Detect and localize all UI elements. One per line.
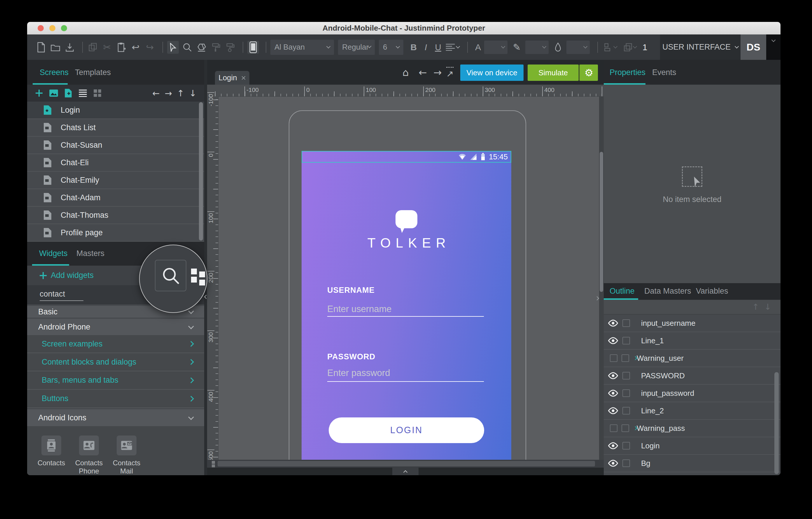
nav-left-icon[interactable]: ←	[152, 88, 161, 99]
lock-checkbox[interactable]	[621, 425, 629, 432]
close-window-button[interactable]	[38, 25, 44, 31]
font-size-select[interactable]: 6	[379, 40, 403, 55]
fill-color-droplet-icon[interactable]	[552, 41, 564, 54]
lock-checkbox[interactable]	[622, 319, 630, 327]
outline-item-input-password[interactable]: input_password	[604, 385, 781, 402]
paint-roller-settings-icon[interactable]	[224, 41, 236, 54]
eye-icon[interactable]	[608, 319, 618, 327]
add-widgets-button[interactable]: Add widgets	[51, 271, 94, 280]
italic-button[interactable]: I	[420, 42, 432, 52]
tab-widgets[interactable]: Widgets	[39, 249, 68, 258]
screen-item-chat-thomas[interactable]: Chat-Thomas	[27, 207, 204, 224]
canvas-horizontal-scrollbar[interactable]	[207, 460, 604, 468]
widget-contacts[interactable]: Contacts	[32, 436, 70, 467]
move-up-icon[interactable]: ↑	[752, 302, 759, 312]
screen-item-login[interactable]: Login	[27, 102, 204, 119]
outline-item-warning-pass[interactable]: Warning_pass	[604, 420, 781, 437]
underline-button[interactable]: U	[432, 42, 444, 52]
view-on-device-button[interactable]: View on device	[460, 64, 524, 81]
nav-up-icon[interactable]: ↑	[176, 88, 185, 99]
fill-color-swatch[interactable]	[567, 40, 590, 54]
lock-checkbox[interactable]	[622, 407, 630, 414]
outline-item-line-2[interactable]: Line_2	[604, 402, 781, 420]
screen-item-chats-list[interactable]: Chats List	[27, 119, 204, 137]
home-icon[interactable]: ⌂	[403, 60, 409, 85]
lock-checkbox[interactable]	[622, 442, 630, 449]
eye-icon[interactable]	[608, 337, 618, 345]
font-family-select[interactable]: Al Bayan	[270, 40, 334, 55]
tab-templates[interactable]: Templates	[75, 68, 111, 77]
border-color-swatch[interactable]	[525, 40, 549, 54]
widget-contacts-phone[interactable]: Contacts Phone	[70, 436, 108, 475]
outline-item-bg[interactable]: Bg	[604, 455, 781, 472]
widget-search-icon[interactable]	[155, 260, 186, 291]
add-screen-icon[interactable]	[34, 88, 44, 98]
canvas-body[interactable]: 15:45 TOLKER USERNAME Enter username PAS…	[218, 96, 603, 460]
section-android-phone[interactable]: Android Phone	[27, 319, 204, 335]
eye-icon[interactable]	[608, 460, 618, 467]
eye-icon[interactable]	[608, 389, 618, 397]
border-color-pencil-icon[interactable]: ✎	[511, 41, 523, 54]
lock-checkbox[interactable]	[622, 372, 630, 380]
login-button[interactable]: LOGIN	[329, 417, 484, 443]
tab-screens[interactable]: Screens	[40, 68, 68, 77]
category-bars-menus-tabs[interactable]: Bars, menus and tabs	[27, 371, 204, 390]
nav-right-icon[interactable]: →	[164, 88, 173, 99]
paint-roller-icon[interactable]	[210, 41, 222, 54]
save-icon[interactable]	[64, 41, 76, 54]
phone-screen[interactable]: 15:45 TOLKER USERNAME Enter username PAS…	[301, 151, 511, 460]
image-view-icon[interactable]	[49, 88, 59, 98]
format-eraser-icon[interactable]	[196, 41, 207, 54]
outline-item-login[interactable]: Login	[604, 437, 781, 455]
category-buttons[interactable]: Buttons	[27, 390, 204, 408]
outline-item-warning-user[interactable]: Warning_user	[604, 350, 781, 367]
tab-variables[interactable]: Variables	[696, 286, 728, 296]
category-content-blocks[interactable]: Content blocks and dialogs	[27, 353, 204, 371]
lock-checkbox[interactable]	[622, 389, 630, 397]
new-file-icon[interactable]	[35, 41, 47, 54]
back-icon[interactable]: ←	[418, 60, 427, 85]
screen-item-chat-adam[interactable]: Chat-Adam	[27, 189, 204, 207]
zoom-tool-icon[interactable]	[181, 41, 193, 54]
toolbar-overflow[interactable]	[766, 34, 781, 60]
export-icon[interactable]: ↗	[446, 67, 454, 79]
tab-events[interactable]: Events	[652, 68, 676, 77]
font-color-swatch[interactable]	[484, 40, 508, 54]
widget-contacts-mail[interactable]: Contacts Mail	[108, 436, 146, 475]
copy-icon[interactable]	[87, 41, 98, 54]
simulate-settings-gear-icon[interactable]: ⚙	[579, 64, 598, 81]
undo-icon[interactable]: ↩	[130, 41, 141, 54]
paste-icon[interactable]	[116, 41, 127, 54]
zoom-window-button[interactable]	[61, 25, 67, 31]
outline-item-line-1[interactable]: Line_1	[604, 332, 781, 350]
screen-item-chat-eli[interactable]: Chat-Eli	[27, 154, 204, 172]
screen-item-chat-emily[interactable]: Chat-Emily	[27, 172, 204, 189]
category-screen-examples[interactable]: Screen examples	[27, 335, 204, 353]
user-avatar[interactable]: DS	[741, 34, 766, 60]
open-folder-icon[interactable]	[50, 41, 61, 54]
workspace-switcher[interactable]: USER INTERFACE	[660, 34, 741, 60]
simulate-button[interactable]: Simulate	[528, 64, 579, 81]
visibility-checkbox[interactable]	[610, 354, 617, 362]
screen-item-profile-page[interactable]: Profile page	[27, 224, 204, 242]
section-android-icons[interactable]: Android Icons	[27, 409, 204, 426]
text-align-icon[interactable]	[444, 41, 461, 54]
lock-checkbox[interactable]	[621, 354, 629, 362]
tab-masters[interactable]: Masters	[77, 249, 105, 258]
grid-view-icon[interactable]	[92, 88, 103, 98]
widget-search-input[interactable]	[40, 289, 83, 301]
lock-checkbox[interactable]	[622, 460, 630, 467]
lock-checkbox[interactable]	[622, 337, 630, 345]
eye-icon[interactable]	[608, 442, 618, 449]
move-down-icon[interactable]: ↓	[764, 302, 771, 312]
username-input[interactable]: Enter username	[327, 304, 392, 315]
tab-close-icon[interactable]	[241, 76, 246, 80]
expand-bottom-panel-button[interactable]	[392, 468, 418, 475]
align-objects-icon[interactable]	[602, 41, 619, 54]
outline-item-input-username[interactable]: input_username	[604, 315, 781, 332]
outline-scrollbar[interactable]	[774, 372, 779, 474]
widget-grid-icon[interactable]	[191, 269, 207, 286]
android-statusbar[interactable]: 15:45	[301, 151, 511, 163]
cut-icon[interactable]: ✂	[101, 41, 113, 54]
visibility-checkbox[interactable]	[610, 425, 617, 432]
